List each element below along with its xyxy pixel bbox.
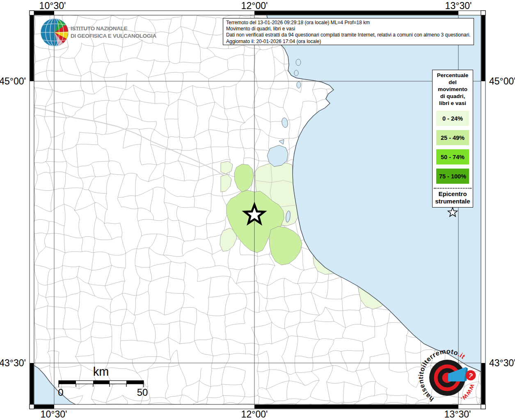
legend-swatch-75-100: 75 - 100%	[436, 169, 469, 184]
info-line-source: Dati non verificati estratti da 94 quest…	[226, 32, 471, 38]
legend-swatch-50-74: 50 - 74%	[436, 149, 469, 164]
axis-label-right-top: 45°00'	[489, 76, 515, 87]
info-line-event: Terremoto del 13-01-2026 09:29:18 (ora l…	[226, 20, 471, 26]
axis-label-left-top: 45°00'	[0, 76, 26, 87]
legend-epicenter-line2: strumentale	[433, 198, 473, 205]
lagoon	[296, 59, 301, 66]
scale-bar-end: 50	[137, 387, 148, 398]
lagoon	[294, 70, 298, 76]
legend-separator	[434, 188, 472, 189]
legend-swatch-0-24: 0 - 24%	[436, 111, 469, 126]
globe-graticule	[41, 18, 69, 46]
legend-epicenter-line1: Epicentro	[433, 190, 473, 198]
macroseismic-map-page: ISTITUTO NAZIONALE DI GEOFISICA E VULCAN…	[0, 0, 515, 420]
axis-label-bottom-right: 13°30'	[444, 409, 471, 420]
legend-swatch-25-49: 25 - 49%	[436, 130, 469, 145]
legend-title-line: del	[433, 79, 473, 86]
ingv-wordmark-line2: DI GEOFISICA E VULCANOLOGIA	[71, 33, 156, 39]
legend-title-line: Percentuale	[433, 72, 473, 79]
info-line-effect: Movimento di quadri, libri e vasi	[226, 26, 471, 32]
legend-title-line: movimento	[433, 86, 473, 93]
legend-panel: Percentuale del movimento di quadri, lib…	[432, 70, 473, 208]
axis-label-top-right: 13°30'	[445, 0, 472, 11]
legend-title-line: di quadri,	[433, 93, 473, 100]
legend-swatch-label: 75 - 100%	[439, 173, 466, 180]
legend-swatch-label: 0 - 24%	[442, 115, 463, 122]
axis-label-bottom-left: 10°30'	[41, 409, 67, 420]
legend-swatch-label: 25 - 49%	[441, 135, 465, 141]
legend-swatch-label: 50 - 74%	[441, 154, 465, 160]
info-line-updated: Aggiornato il: 20-01-2026 17:04 (ora loc…	[226, 39, 471, 45]
legend-star-icon	[446, 206, 459, 218]
scale-bar-unit: km	[93, 365, 109, 378]
earthquake-info-box: Terremoto del 13-01-2026 09:29:18 (ora l…	[223, 18, 474, 45]
legend-title-line: libri e vasi	[433, 100, 473, 107]
axis-label-top-left: 10°30'	[39, 0, 66, 11]
ingv-globe-logo	[41, 18, 69, 46]
lagoon	[297, 82, 301, 88]
axis-label-top-center: 12°00'	[241, 0, 268, 11]
axis-label-left-bottom: 43°30'	[0, 358, 26, 368]
ingv-wordmark-line1: ISTITUTO NAZIONALE	[71, 25, 128, 32]
axis-label-right-bottom: 43°30'	[489, 358, 515, 368]
scale-bar-start: 0	[58, 387, 63, 398]
axis-label-bottom-center: 12°00'	[241, 409, 268, 420]
